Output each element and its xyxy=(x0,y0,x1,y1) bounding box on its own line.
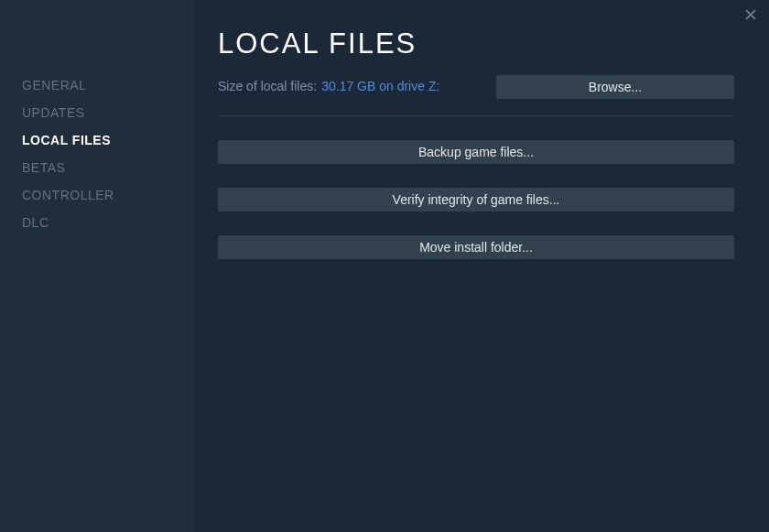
move-button[interactable]: Move install folder... xyxy=(218,235,734,259)
sidebar-item-general[interactable]: GENERAL xyxy=(0,71,194,99)
sidebar-item-updates[interactable]: UPDATES xyxy=(0,99,194,126)
sidebar-item-label: LOCAL FILES xyxy=(22,133,111,147)
sidebar: GENERAL UPDATES LOCAL FILES BETAS CONTRO… xyxy=(0,0,194,532)
sidebar-item-label: UPDATES xyxy=(22,105,85,120)
sidebar-item-betas[interactable]: BETAS xyxy=(0,154,194,181)
close-icon[interactable] xyxy=(743,7,758,22)
browse-button[interactable]: Browse... xyxy=(496,75,734,99)
sidebar-item-label: BETAS xyxy=(22,160,65,175)
action-buttons: Backup game files... Verify integrity of… xyxy=(218,140,734,259)
main-panel: LOCAL FILES Size of local files: 30.17 G… xyxy=(194,0,769,532)
local-files-info-row: Size of local files: 30.17 GB on drive Z… xyxy=(218,79,734,116)
page-title: LOCAL FILES xyxy=(218,27,734,60)
sidebar-item-label: CONTROLLER xyxy=(22,188,114,202)
sidebar-item-controller[interactable]: CONTROLLER xyxy=(0,181,194,209)
sidebar-item-dlc[interactable]: DLC xyxy=(0,209,194,236)
sidebar-item-label: GENERAL xyxy=(22,78,86,92)
sidebar-item-label: DLC xyxy=(22,215,49,230)
sidebar-item-local-files[interactable]: LOCAL FILES xyxy=(0,126,194,154)
backup-button[interactable]: Backup game files... xyxy=(218,140,734,164)
size-value: 30.17 GB on drive Z: xyxy=(321,79,439,93)
size-label: Size of local files: xyxy=(218,79,317,93)
verify-button[interactable]: Verify integrity of game files... xyxy=(218,188,734,212)
